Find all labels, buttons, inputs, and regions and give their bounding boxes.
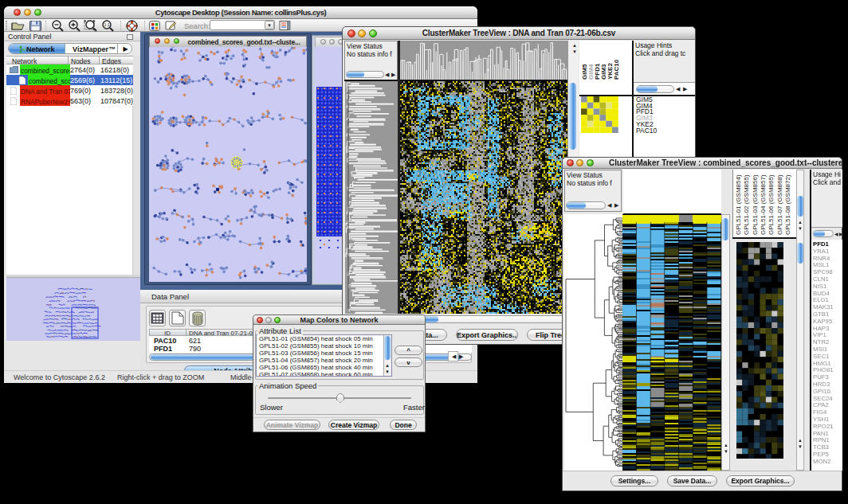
svg-text:1:1: 1:1	[104, 22, 110, 27]
